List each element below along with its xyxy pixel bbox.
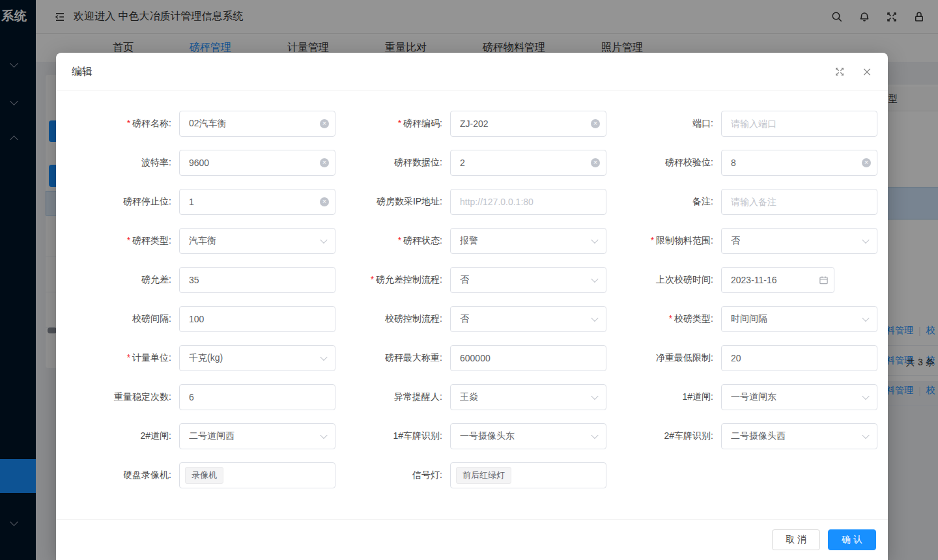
unit-selected-value: 千克(kg) [189, 352, 223, 364]
scale-name-label: *磅秤名称: [72, 118, 179, 130]
data-ip-label: 磅房数采IP地址: [343, 196, 450, 208]
max-weight-label: 磅秤最大称重: [343, 352, 450, 364]
chevron-down-icon [591, 393, 598, 400]
tolerance-flow-label: *磅允差控制流程: [343, 274, 450, 286]
signal-light-tags-field[interactable]: 前后红绿灯 [450, 462, 606, 488]
stop-bits-input[interactable] [179, 189, 335, 215]
confirm-button[interactable]: 确 认 [828, 529, 876, 550]
alert-person-label: 异常提醒人: [343, 391, 450, 403]
gate-2-select[interactable]: 二号道闸西 [179, 423, 335, 449]
data-ip-input[interactable] [450, 189, 606, 215]
form-item: 磅秤停止位:× [72, 182, 343, 221]
scale-code-input[interactable] [450, 111, 606, 137]
chevron-down-icon [591, 275, 598, 283]
cancel-button[interactable]: 取 消 [772, 529, 820, 550]
last-check-time-input[interactable] [721, 267, 834, 293]
port-input[interactable] [721, 111, 877, 137]
scale-type-selected-value: 汽车衡 [189, 235, 216, 247]
remark-input[interactable] [721, 189, 877, 215]
gate-2-label: 2#道闸: [72, 430, 179, 442]
form-item: *磅秤编码:× [343, 104, 614, 143]
required-asterisk: * [127, 235, 130, 245]
form-item: 净重最低限制: [614, 339, 885, 378]
plate-cam-2-selected-value: 二号摄像头西 [731, 430, 786, 442]
material-limit-select[interactable]: 否 [721, 228, 877, 254]
gate-1-selected-value: 一号道闸东 [731, 391, 776, 403]
scale-name-field: × [179, 111, 335, 137]
expand-icon[interactable] [834, 66, 845, 77]
unit-select[interactable]: 千克(kg) [179, 345, 335, 371]
tolerance-field [179, 267, 335, 293]
scale-status-selected-value: 报警 [460, 235, 478, 247]
form-item: 磅允差: [72, 260, 343, 300]
clear-icon[interactable]: × [320, 158, 329, 167]
dialog-header: 编辑 [56, 53, 888, 91]
baud-rate-input[interactable] [179, 150, 335, 176]
min-net-weight-input[interactable] [721, 345, 877, 371]
form-item: 磅秤校验位:× [614, 143, 885, 182]
chevron-down-icon [320, 236, 327, 244]
gate-1-select[interactable]: 一号道闸东 [721, 384, 877, 410]
scale-code-field: × [450, 111, 606, 137]
scale-type-label: *磅秤类型: [72, 235, 179, 247]
chevron-down-icon [862, 393, 869, 400]
close-icon[interactable] [862, 66, 872, 77]
data-bits-input[interactable] [450, 150, 606, 176]
remark-field [721, 189, 877, 215]
check-bits-input[interactable] [721, 150, 877, 176]
form-item: 端口: [614, 104, 885, 143]
check-type-select[interactable]: 时间间隔 [721, 306, 877, 332]
chevron-down-icon [320, 432, 327, 439]
scale-type-select[interactable]: 汽车衡 [179, 228, 335, 254]
clear-icon[interactable]: × [320, 197, 329, 206]
form-item: 1#道闸:一号道闸东 [614, 378, 885, 417]
form-item: 磅秤最大称重: [343, 339, 614, 378]
form-item: 2#车牌识别:二号摄像头西 [614, 417, 885, 456]
form-item: 磅秤数据位:× [343, 143, 614, 182]
form-item: *限制物料范围:否 [614, 221, 885, 260]
clear-icon[interactable]: × [591, 158, 600, 167]
clear-icon[interactable]: × [320, 119, 329, 128]
calendar-icon [819, 275, 829, 285]
tolerance-flow-select[interactable]: 否 [450, 267, 606, 293]
check-interval-input[interactable] [179, 306, 335, 332]
plate-cam-2-select[interactable]: 二号摄像头西 [721, 423, 877, 449]
chevron-down-icon [320, 354, 327, 361]
material-limit-label: *限制物料范围: [614, 235, 721, 247]
stop-bits-label: 磅秤停止位: [72, 196, 179, 208]
max-weight-input[interactable] [450, 345, 606, 371]
chevron-down-icon [591, 236, 598, 244]
dvr-tags-field[interactable]: 录像机 [179, 462, 335, 488]
tolerance-input[interactable] [179, 267, 335, 293]
required-asterisk: * [651, 235, 654, 245]
required-asterisk: * [398, 235, 401, 245]
data-bits-field: × [450, 150, 606, 176]
check-bits-field: × [721, 150, 877, 176]
scale-status-select[interactable]: 报警 [450, 228, 606, 254]
stable-times-input[interactable] [179, 384, 335, 410]
dvr-tag: 录像机 [185, 467, 223, 484]
last-check-time-date-picker [721, 267, 834, 293]
material-limit-selected-value: 否 [731, 235, 740, 247]
stable-times-field [179, 384, 335, 410]
clear-icon[interactable]: × [591, 119, 600, 128]
data-bits-label: 磅秤数据位: [343, 157, 450, 169]
unit-label: *计量单位: [72, 352, 179, 364]
form-item: 重量稳定次数: [72, 378, 343, 417]
required-asterisk: * [398, 118, 401, 128]
port-label: 端口: [614, 118, 721, 130]
data-ip-field [450, 189, 606, 215]
scale-name-input[interactable] [179, 111, 335, 137]
alert-person-selected-value: 王焱 [460, 391, 478, 403]
clear-icon[interactable]: × [862, 158, 871, 167]
stable-times-label: 重量稳定次数: [72, 391, 179, 403]
required-asterisk: * [669, 313, 672, 324]
plate-cam-2-label: 2#车牌识别: [614, 430, 721, 442]
form-item: *磅秤状态:报警 [343, 221, 614, 260]
plate-cam-1-select[interactable]: 一号摄像头东 [450, 423, 606, 449]
check-flow-selected-value: 否 [460, 313, 469, 325]
gate-1-label: 1#道闸: [614, 391, 721, 403]
form-item: *磅允差控制流程:否 [343, 260, 614, 300]
check-flow-select[interactable]: 否 [450, 306, 606, 332]
alert-person-select[interactable]: 王焱 [450, 384, 606, 410]
